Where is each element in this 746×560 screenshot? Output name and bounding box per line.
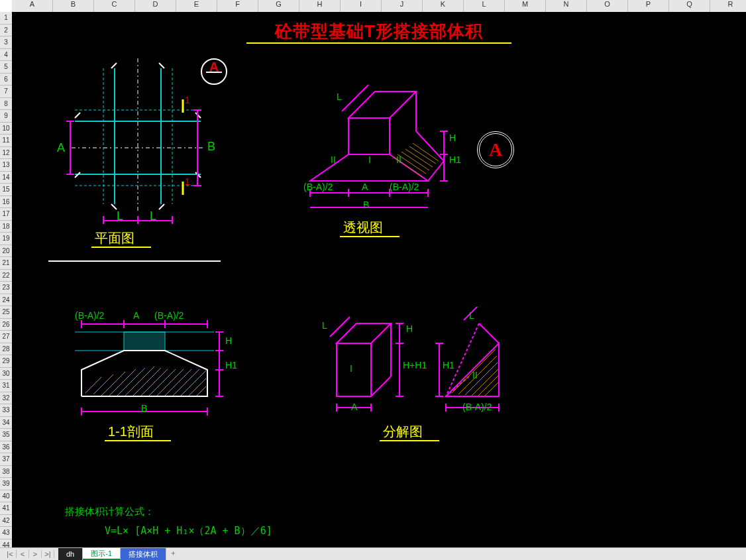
row-header[interactable]: 11 bbox=[0, 135, 12, 147]
sec-ba2-r: (B-A)/2 bbox=[154, 310, 184, 321]
col-header[interactable]: M bbox=[505, 0, 546, 12]
svg-line-32 bbox=[405, 149, 433, 167]
persp-ba2-right: (B-A)/2 bbox=[390, 182, 419, 192]
section-marker-label: A bbox=[209, 60, 219, 75]
row-header[interactable]: 23 bbox=[0, 282, 12, 294]
col-header[interactable]: P bbox=[628, 0, 669, 12]
caption-plan: 平面图 bbox=[95, 229, 134, 247]
col-header[interactable]: L bbox=[464, 0, 505, 12]
col-header[interactable]: J bbox=[382, 0, 423, 12]
dec-I: I bbox=[350, 363, 352, 374]
col-header[interactable]: O bbox=[587, 0, 628, 12]
row-header[interactable]: 13 bbox=[0, 159, 12, 172]
col-header[interactable]: C bbox=[94, 0, 135, 12]
svg-line-53 bbox=[109, 369, 136, 396]
col-header[interactable]: A bbox=[12, 0, 53, 12]
row-header[interactable]: 32 bbox=[0, 392, 12, 405]
row-header[interactable]: 29 bbox=[0, 355, 12, 368]
row-header[interactable]: 36 bbox=[0, 441, 12, 454]
column-headers: ABCDEFGHIJKLMNOPQR bbox=[12, 0, 746, 13]
row-header[interactable]: 4 bbox=[0, 49, 12, 62]
dec-HH1: H+H1 bbox=[403, 360, 427, 370]
col-header[interactable]: N bbox=[546, 0, 587, 12]
row-header[interactable]: 30 bbox=[0, 368, 12, 380]
row-header[interactable]: 7 bbox=[0, 85, 12, 98]
svg-line-62 bbox=[181, 370, 206, 396]
row-header[interactable]: 12 bbox=[0, 147, 12, 160]
row-header[interactable]: 34 bbox=[0, 417, 12, 429]
svg-rect-46 bbox=[124, 332, 165, 351]
row-header[interactable]: 26 bbox=[0, 319, 12, 331]
svg-line-39 bbox=[342, 85, 368, 111]
col-header[interactable]: E bbox=[176, 0, 217, 12]
tab-nav-next-icon[interactable]: > bbox=[29, 550, 42, 558]
row-header[interactable]: 14 bbox=[0, 172, 12, 184]
row-header[interactable]: 43 bbox=[0, 527, 12, 539]
row-header[interactable]: 31 bbox=[0, 380, 12, 392]
row-header[interactable]: 1 bbox=[0, 12, 12, 25]
row-header[interactable]: 24 bbox=[0, 294, 12, 307]
persp-I: I bbox=[368, 154, 371, 165]
section-svg bbox=[62, 320, 234, 426]
col-header[interactable]: R bbox=[710, 0, 746, 12]
col-header[interactable]: H bbox=[299, 0, 341, 12]
svg-marker-79 bbox=[337, 323, 391, 343]
col-header[interactable]: I bbox=[341, 0, 382, 12]
section-marker-icon: A bbox=[201, 58, 227, 85]
row-header[interactable]: 40 bbox=[0, 490, 12, 503]
persp-B: B bbox=[363, 199, 369, 210]
row-header[interactable]: 22 bbox=[0, 270, 12, 282]
row-header[interactable]: 35 bbox=[0, 429, 12, 441]
tab-active[interactable]: 图示-1 bbox=[83, 548, 121, 560]
svg-line-63 bbox=[189, 378, 206, 396]
svg-line-64 bbox=[197, 386, 206, 396]
row-header[interactable]: 10 bbox=[0, 123, 12, 135]
perspective-svg bbox=[290, 75, 462, 214]
svg-line-55 bbox=[125, 366, 154, 396]
caption-plan-line bbox=[91, 247, 151, 248]
row-header[interactable]: 2 bbox=[0, 25, 12, 37]
col-header[interactable]: K bbox=[423, 0, 464, 12]
svg-line-99 bbox=[485, 382, 498, 396]
row-header[interactable]: 33 bbox=[0, 404, 12, 417]
svg-line-50 bbox=[85, 377, 101, 393]
row-header[interactable]: 19 bbox=[0, 233, 12, 245]
tab-nav-first-icon[interactable]: |< bbox=[4, 550, 17, 558]
tab-dh[interactable]: dh bbox=[58, 548, 83, 560]
tab-nav-prev-icon[interactable]: < bbox=[17, 550, 29, 558]
row-header[interactable]: 28 bbox=[0, 343, 12, 356]
row-header[interactable]: 16 bbox=[0, 196, 12, 209]
row-header[interactable]: 8 bbox=[0, 98, 12, 111]
row-header[interactable]: 37 bbox=[0, 453, 12, 466]
dec-A: A bbox=[351, 402, 357, 412]
col-header[interactable]: G bbox=[258, 0, 299, 12]
col-header[interactable]: Q bbox=[669, 0, 710, 12]
spreadsheet-window: ABCDEFGHIJKLMNOPQR 123456789101112131415… bbox=[0, 0, 746, 560]
row-header[interactable]: 25 bbox=[0, 306, 12, 319]
col-header[interactable]: D bbox=[135, 0, 176, 12]
row-header[interactable]: 15 bbox=[0, 184, 12, 196]
row-header[interactable]: 38 bbox=[0, 466, 12, 478]
row-header[interactable]: 18 bbox=[0, 221, 12, 233]
row-header[interactable]: 27 bbox=[0, 331, 12, 343]
row-header[interactable]: 21 bbox=[0, 257, 12, 270]
row-header[interactable]: 41 bbox=[0, 502, 12, 515]
tab-add-icon[interactable]: ＋ bbox=[166, 548, 180, 560]
svg-line-91 bbox=[479, 323, 499, 343]
col-header[interactable]: F bbox=[217, 0, 258, 12]
row-header[interactable]: 6 bbox=[0, 74, 12, 86]
row-header[interactable]: 17 bbox=[0, 208, 12, 221]
row-header[interactable]: 39 bbox=[0, 478, 12, 490]
dec-II: II bbox=[472, 370, 478, 380]
row-header[interactable]: 20 bbox=[0, 245, 12, 258]
row-header[interactable]: 5 bbox=[0, 61, 12, 74]
col-header[interactable]: B bbox=[53, 0, 94, 12]
row-header[interactable]: 9 bbox=[0, 110, 12, 123]
tab-other[interactable]: 搭接体积 bbox=[121, 548, 166, 560]
tab-nav-last-icon[interactable]: >| bbox=[42, 550, 54, 558]
row-header[interactable]: 3 bbox=[0, 36, 12, 49]
formula-block: 搭接体积计算公式： V=L× [A×H + H₁×（2A + B）／6] bbox=[65, 502, 272, 540]
persp-ba2-left: (B-A)/2 bbox=[303, 182, 333, 192]
formula-body: V=L× [A×H + H₁×（2A + B）／6] bbox=[65, 522, 272, 541]
row-header[interactable]: 42 bbox=[0, 515, 12, 528]
